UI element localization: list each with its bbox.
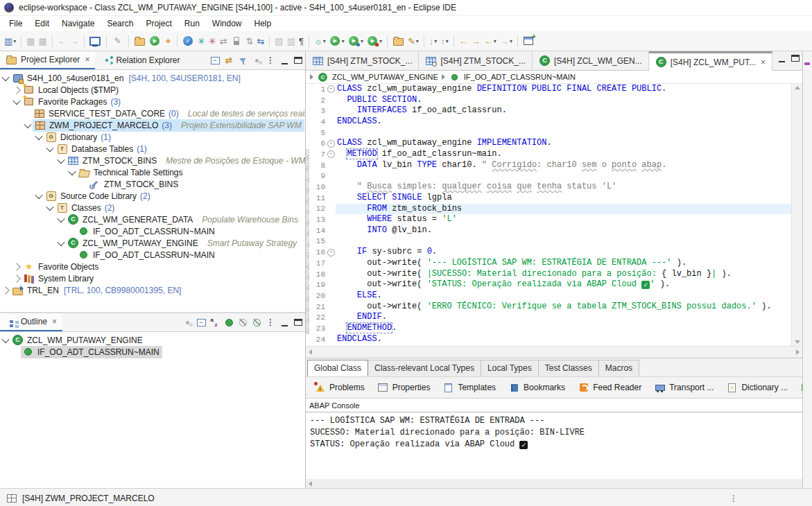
expander-open-icon[interactable] bbox=[57, 214, 64, 222]
new-wizard-spark-button[interactable]: ✳ bbox=[196, 33, 207, 49]
focus-button[interactable] bbox=[180, 315, 194, 329]
menu-help[interactable]: Help bbox=[248, 17, 278, 30]
tree-item[interactable]: ZTM_STOCK_BINSMestre de Posições de Esto… bbox=[0, 155, 305, 166]
tree-item[interactable]: Classes(2) bbox=[0, 202, 305, 213]
min-button[interactable] bbox=[277, 315, 291, 329]
expander-open-icon[interactable] bbox=[68, 167, 76, 175]
method-button[interactable] bbox=[222, 315, 236, 329]
view-tab-relation-explorer[interactable]: Relation Explorer bbox=[95, 51, 185, 69]
tree-item[interactable]: IF_OO_ADT_CLASSRUN~MAIN bbox=[0, 346, 305, 358]
scroll-up-arrow-icon[interactable] bbox=[795, 86, 800, 89]
next-edit-location-button[interactable]: → bbox=[470, 33, 482, 49]
minimized-views-strip[interactable] bbox=[803, 51, 812, 488]
editor-horizontal-scrollbar[interactable] bbox=[306, 346, 802, 358]
section-tab-test-classes[interactable]: Test Classes bbox=[538, 360, 599, 376]
hide-st-button[interactable] bbox=[250, 315, 264, 329]
scroll-down-arrow-icon[interactable] bbox=[795, 340, 800, 344]
tree-item[interactable]: Database Tables(1) bbox=[0, 143, 305, 155]
expander-closed-icon[interactable] bbox=[12, 86, 20, 94]
section-tab-macros[interactable]: Macros bbox=[598, 360, 639, 376]
code-editor[interactable]: 1−CLASS zcl_wm_putaway_engine DEFINITION… bbox=[306, 84, 802, 346]
tree-item[interactable]: Technical Table Settings bbox=[0, 166, 305, 178]
editor-tab[interactable]: [S4H] ZCL_WM_GEN... bbox=[533, 51, 649, 70]
save-all-button[interactable]: ▦ bbox=[37, 33, 49, 49]
transport-sync-button[interactable]: ⇅ bbox=[245, 33, 255, 49]
view-tab-templates[interactable]: Templates bbox=[437, 379, 501, 396]
tree-item[interactable]: Source Code Library(2) bbox=[0, 190, 305, 202]
tree-item[interactable]: Local Objects ($TMP) bbox=[0, 84, 305, 96]
show-whitespace-button[interactable]: ¶ bbox=[297, 33, 305, 49]
open-perspective-button[interactable] bbox=[521, 33, 536, 49]
tree-item[interactable]: IF_OO_ADT_CLASSRUN~MAIN bbox=[0, 225, 305, 237]
open-abap-object-button[interactable] bbox=[132, 33, 147, 49]
link-source-2-button[interactable]: ▥ bbox=[286, 33, 297, 49]
max-button[interactable] bbox=[291, 53, 305, 67]
view-tab-project-explorer[interactable]: Project Explorer× bbox=[0, 51, 95, 69]
share-button[interactable]: ⇆ bbox=[255, 33, 266, 49]
run-history-button[interactable]: ▾ bbox=[347, 33, 365, 49]
dropdown-arrow-icon[interactable]: ▾ bbox=[13, 38, 16, 44]
breadcrumb[interactable]: ZCL_WM_PUTAWAY_ENGINEIF_OO_ADT_CLASSRUN~… bbox=[306, 71, 802, 84]
refresh-button[interactable]: ⇄ bbox=[218, 33, 229, 49]
annotate-button[interactable]: ✎▾ bbox=[406, 33, 420, 49]
view-tab-transport-[interactable]: Transport ... bbox=[648, 379, 719, 396]
project-explorer-tree[interactable]: S4H_100_s4user0181_en[S4H, 100, S4USER01… bbox=[0, 70, 305, 312]
run-abap-object-button[interactable] bbox=[148, 33, 162, 49]
scroll-left-arrow-icon[interactable] bbox=[309, 349, 312, 355]
menu-edit[interactable]: Edit bbox=[28, 17, 55, 30]
dropdown-arrow-icon[interactable]: ▾ bbox=[342, 38, 345, 44]
menu-navigate[interactable]: Navigate bbox=[55, 17, 101, 30]
collapse-all-button[interactable] bbox=[194, 315, 208, 329]
outline-tree[interactable]: ZCL_WM_PUTAWAY_ENGINEIF_OO_ADT_CLASSRUN~… bbox=[0, 332, 305, 488]
expander-open-icon[interactable] bbox=[57, 155, 64, 163]
editor-tab[interactable]: [S4H] ZTM_STOCK_... bbox=[306, 51, 419, 70]
view-tab-feed-reader[interactable]: Feed Reader bbox=[572, 379, 647, 396]
undo-button[interactable]: ← bbox=[56, 33, 68, 49]
breadcrumb-arrow-icon[interactable] bbox=[442, 74, 445, 80]
min-button[interactable] bbox=[775, 51, 788, 65]
tree-item[interactable]: Favorite Objects bbox=[0, 261, 305, 272]
atc-check-button[interactable] bbox=[181, 33, 196, 49]
lock-button[interactable] bbox=[230, 33, 244, 49]
last-edit-location-button[interactable]: ← bbox=[458, 33, 469, 49]
fold-collapse-icon[interactable]: − bbox=[327, 140, 335, 148]
fold-collapse-icon[interactable]: − bbox=[327, 85, 335, 93]
status-overflow-icon[interactable]: ⋮ bbox=[729, 494, 738, 503]
hide-np-button[interactable] bbox=[236, 315, 250, 329]
editor-tab[interactable]: [S4H] ZCL_WM_PUT...× bbox=[649, 51, 772, 71]
tree-item[interactable]: System Library bbox=[0, 272, 305, 284]
tree-item[interactable]: Dictionary(1) bbox=[0, 131, 305, 143]
view-tab-progress[interactable]: Progress bbox=[795, 379, 802, 396]
next-annotation-button[interactable]: ↓▾ bbox=[428, 33, 439, 49]
view-tab-dictionary-[interactable]: Dictionary ... bbox=[720, 379, 793, 396]
max-button[interactable] bbox=[291, 315, 305, 329]
console-horizontal-scrollbar[interactable] bbox=[306, 479, 802, 488]
expander-open-icon[interactable] bbox=[12, 96, 20, 104]
highlight-pin-button[interactable] bbox=[110, 33, 125, 49]
expander-closed-icon[interactable] bbox=[12, 274, 20, 282]
forward-history-button[interactable]: →▾ bbox=[499, 33, 514, 49]
expander-open-icon[interactable] bbox=[1, 73, 9, 80]
view-tab-properties[interactable]: Properties bbox=[372, 379, 436, 396]
editor-vertical-scrollbar[interactable] bbox=[791, 84, 802, 346]
debug-button[interactable]: ☼▾ bbox=[313, 33, 327, 49]
tree-item[interactable]: S4H_100_s4user0181_en[S4H, 100, S4USER01… bbox=[0, 72, 305, 84]
redo-button[interactable]: → bbox=[69, 33, 80, 49]
menu-project[interactable]: Project bbox=[139, 17, 178, 30]
section-tab-global-class[interactable]: Global Class bbox=[307, 360, 368, 376]
prev-annotation-button[interactable]: ↑▾ bbox=[439, 33, 450, 49]
console-view-button[interactable] bbox=[88, 33, 103, 49]
section-tab-local-types[interactable]: Local Types bbox=[481, 360, 539, 376]
collapse-all-button[interactable] bbox=[208, 53, 222, 67]
activate-button[interactable]: ✦ bbox=[163, 33, 173, 49]
tree-item[interactable]: TRL_EN[TRL, 100, CB9980001395, EN] bbox=[0, 284, 305, 296]
close-icon[interactable]: × bbox=[85, 55, 89, 64]
section-tab-class-relevant-local-types[interactable]: Class-relevant Local Types bbox=[368, 360, 481, 376]
sort-az-button[interactable] bbox=[208, 315, 222, 329]
minimized-view-marker-icon[interactable] bbox=[804, 62, 810, 65]
dropdown-arrow-icon[interactable]: ▾ bbox=[361, 38, 363, 44]
dropdown-arrow-icon[interactable]: ▾ bbox=[510, 38, 512, 44]
save-button[interactable]: ▦ bbox=[25, 33, 36, 49]
menu-run[interactable]: Run bbox=[178, 17, 206, 30]
dropdown-arrow-icon[interactable]: ▾ bbox=[416, 38, 419, 44]
